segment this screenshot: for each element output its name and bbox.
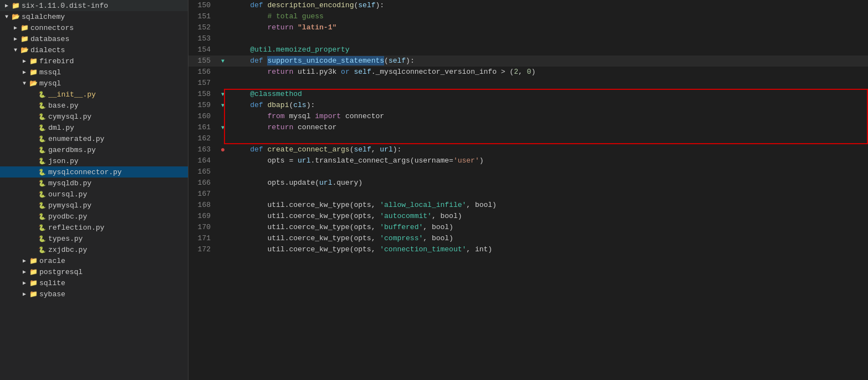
line-number: 157 [188,78,217,89]
sidebar-item-dml-py[interactable]: dml.py [0,122,188,133]
code-content-163: def create_connect_args(self, url): [228,144,868,155]
code-content-160: from mysql import connector [228,111,868,122]
sidebar-item-six-dist[interactable]: six-1.11.0.dist-info [0,0,188,11]
sidebar-item-label: mysqlconnector.py [48,168,122,176]
sidebar-item-oracle[interactable]: oracle [0,255,188,266]
code-line-154: 154 @util.memoized_property [188,44,868,55]
sidebar-item-json-py[interactable]: json.py [0,155,188,166]
sidebar-item-oursql-py[interactable]: oursql.py [0,189,188,200]
line-number: 172 [188,244,217,255]
py-icon [38,190,47,199]
arrow-icon [11,24,20,31]
code-content-153 [228,33,868,44]
gutter-158: ▼ [217,89,228,100]
sidebar-item-pyodbc-py[interactable]: pyodbc.py [0,211,188,222]
code-line-172: 172 util.coerce_kw_type(opts, 'connectio… [188,244,868,255]
gutter-152 [217,22,228,33]
code-content-162 [228,133,868,144]
sidebar-item-databases[interactable]: databases [0,33,188,44]
arrow-icon [20,280,29,286]
arrow-icon [20,291,29,297]
sidebar-item-pymysql-py[interactable]: pymysql.py [0,200,188,211]
gutter-171 [217,233,228,244]
sidebar-item-dialects[interactable]: dialects [0,44,188,55]
sidebar-item-sybase[interactable]: sybase [0,288,188,300]
sidebar-item-reflection-py[interactable]: reflection.py [0,222,188,233]
sidebar-item-enumerated-py[interactable]: enumerated.py [0,133,188,144]
sidebar-item-label: mssql [39,68,61,77]
folder-icon [29,290,38,298]
sidebar-item-firebird[interactable]: firebird [0,55,188,67]
code-content-158: @classmethod [228,89,868,100]
folder-open-icon [29,79,38,88]
red-box-container: 158 ▼ @classmethod 159 ▼ def dbapi(cls):… [188,89,868,144]
line-number: 154 [188,44,217,55]
sidebar-item-connectors[interactable]: connectors [0,22,188,33]
code-content-172: util.coerce_kw_type(opts, 'connection_ti… [228,244,868,255]
code-line-161: 161 ▼ return connector [188,122,868,133]
code-content-154: @util.memoized_property [228,44,868,55]
gutter-169 [217,211,228,222]
arrow-icon [20,257,29,264]
folder-icon [29,68,38,77]
code-content-159: def dbapi(cls): [228,100,868,111]
code-line-165: 165 [188,166,868,178]
code-content-164: opts = url.translate_connect_args(userna… [228,155,868,166]
gutter-172 [217,244,228,255]
py-icon [38,145,47,154]
line-number: 171 [188,233,217,244]
sidebar-item-label: pyodbc.py [48,212,87,221]
line-number: 159 [188,100,217,111]
folder-open-icon [11,12,20,21]
sidebar-item-cymysql-py[interactable]: cymysql.py [0,111,188,122]
py-icon [38,234,47,243]
sidebar-item-label: oracle [39,257,65,265]
code-line-151: 151 # total guess [188,11,868,22]
gutter-167 [217,189,228,200]
code-line-153: 153 [188,33,868,44]
code-line-164: 164 opts = url.translate_connect_args(us… [188,155,868,166]
py-icon [38,201,47,210]
code-area[interactable]: 150 def description_encoding(self): 151 … [188,0,868,380]
gutter-161: ▼ [217,122,228,133]
line-number: 162 [188,133,217,144]
sidebar-item-init-py[interactable]: __init__.py [0,89,188,100]
line-number: 153 [188,33,217,44]
sidebar-item-zxjdbc-py[interactable]: zxjdbc.py [0,244,188,255]
gutter-162 [217,133,228,144]
sidebar-item-postgresql[interactable]: postgresql [0,266,188,277]
sidebar-item-mysql[interactable]: mysql [0,78,188,89]
sidebar-item-gaerdbms-py[interactable]: gaerdbms.py [0,144,188,155]
code-line-167: 167 [188,189,868,200]
line-number: 151 [188,11,217,22]
line-number: 155 [188,55,217,67]
gutter-170 [217,222,228,233]
sidebar-item-sqlite[interactable]: sqlite [0,277,188,288]
sidebar-item-base-py[interactable]: base.py [0,100,188,111]
sidebar-item-sqlalchemy[interactable]: sqlalchemy [0,11,188,22]
code-line-157: 157 [188,78,868,89]
line-number: 167 [188,189,217,200]
sidebar-item-label: mysql [39,79,61,88]
gutter-164 [217,155,228,166]
gutter-153 [217,33,228,44]
code-content-152: return "latin-1" [228,22,868,33]
code-line-152: 152 return "latin-1" [188,22,868,33]
py-icon [38,245,47,254]
folder-icon [20,34,29,43]
arrow-icon [20,69,29,75]
py-icon [38,156,47,165]
code-content-150: def description_encoding(self): [228,0,868,11]
folder-icon [29,278,38,287]
sidebar-item-mssql[interactable]: mssql [0,67,188,78]
code-content-151: # total guess [228,11,868,22]
sidebar-item-mysqldb-py[interactable]: mysqldb.py [0,178,188,189]
sidebar-item-label: oursql.py [48,190,87,199]
sidebar-item-label: firebird [39,57,74,65]
sidebar-item-types-py[interactable]: types.py [0,233,188,244]
code-line-160: 160 from mysql import connector [188,111,868,122]
sidebar-item-mysqlconnector-py[interactable]: mysqlconnector.py [0,166,188,178]
sidebar-item-label: dml.py [48,124,74,132]
arrow-icon [20,80,29,87]
code-line-158: 158 ▼ @classmethod [188,89,868,100]
